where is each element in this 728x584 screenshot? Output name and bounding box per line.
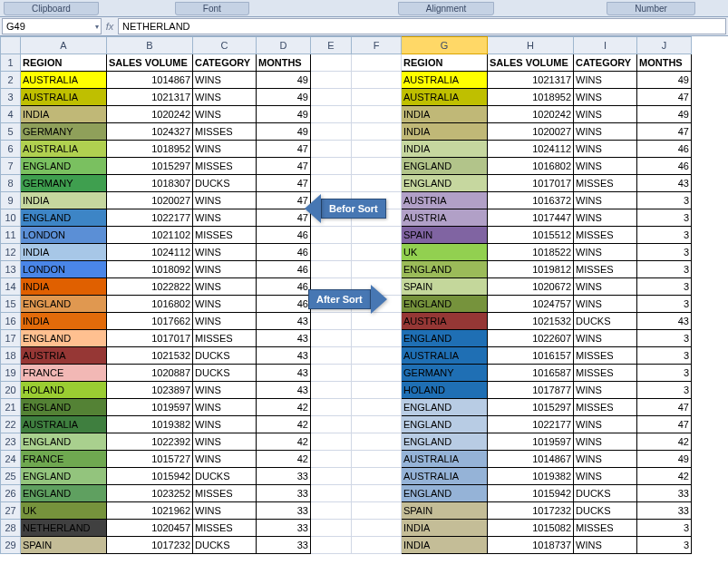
cell-A10[interactable]: ENGLAND xyxy=(21,209,107,227)
cell-G27[interactable]: SPAIN xyxy=(402,502,488,520)
cell-A22[interactable]: AUSTRALIA xyxy=(21,416,107,433)
col-header-C[interactable]: C xyxy=(193,37,257,54)
cell-G22[interactable]: ENGLAND xyxy=(402,416,488,433)
cell-B7[interactable]: 1015297 xyxy=(107,158,193,175)
cell-D5[interactable]: 49 xyxy=(257,123,311,141)
ribbon-group-clipboard[interactable]: Clipboard xyxy=(4,2,99,15)
cell-J1[interactable]: MONTHS xyxy=(637,54,692,72)
row-header-18[interactable]: 18 xyxy=(1,347,21,365)
cell-G17[interactable]: ENGLAND xyxy=(402,330,488,347)
row-header-17[interactable]: 17 xyxy=(1,330,21,347)
cell-E18[interactable] xyxy=(311,347,352,365)
cell-C1[interactable]: CATEGORY xyxy=(193,54,257,72)
cell-F28[interactable] xyxy=(352,520,402,537)
cell-A7[interactable]: ENGLAND xyxy=(21,158,107,175)
cell-A27[interactable]: UK xyxy=(21,502,107,520)
cell-J24[interactable]: 49 xyxy=(637,451,692,468)
cell-E11[interactable] xyxy=(311,227,352,244)
cell-D27[interactable]: 33 xyxy=(257,502,311,520)
cell-J21[interactable]: 47 xyxy=(637,399,692,416)
cell-A18[interactable]: AUSTRIA xyxy=(21,347,107,365)
cell-I29[interactable]: WINS xyxy=(574,537,637,554)
cell-B13[interactable]: 1018092 xyxy=(107,261,193,278)
cell-A19[interactable]: FRANCE xyxy=(21,365,107,382)
cell-F2[interactable] xyxy=(352,72,402,89)
cell-H9[interactable]: 1016372 xyxy=(488,192,574,209)
cell-A20[interactable]: HOLAND xyxy=(21,382,107,399)
cell-J6[interactable]: 46 xyxy=(637,141,692,158)
cell-A8[interactable]: GERMANY xyxy=(21,175,107,192)
cell-H26[interactable]: 1015942 xyxy=(488,485,574,502)
cell-D8[interactable]: 47 xyxy=(257,175,311,192)
cell-H7[interactable]: 1016802 xyxy=(488,158,574,175)
cell-H12[interactable]: 1018522 xyxy=(488,244,574,261)
cell-J22[interactable]: 47 xyxy=(637,416,692,433)
cell-I17[interactable]: WINS xyxy=(574,330,637,347)
cell-F29[interactable] xyxy=(352,537,402,554)
cell-C13[interactable]: WINS xyxy=(193,261,257,278)
cell-G6[interactable]: INDIA xyxy=(402,141,488,158)
cell-G3[interactable]: AUSTRALIA xyxy=(402,89,488,106)
cell-J16[interactable]: 43 xyxy=(637,313,692,330)
cell-D13[interactable]: 46 xyxy=(257,261,311,278)
row-header-6[interactable]: 6 xyxy=(1,141,21,158)
cell-E3[interactable] xyxy=(311,89,352,106)
cell-A15[interactable]: ENGLAND xyxy=(21,296,107,313)
row-header-8[interactable]: 8 xyxy=(1,175,21,192)
cell-E25[interactable] xyxy=(311,468,352,485)
cell-I20[interactable]: WINS xyxy=(574,382,637,399)
formula-input[interactable]: NETHERLAND xyxy=(118,18,726,34)
row-header-5[interactable]: 5 xyxy=(1,123,21,141)
cell-D17[interactable]: 43 xyxy=(257,330,311,347)
cell-G29[interactable]: INDIA xyxy=(402,537,488,554)
cell-A9[interactable]: INDIA xyxy=(21,192,107,209)
cell-E2[interactable] xyxy=(311,72,352,89)
cell-C21[interactable]: WINS xyxy=(193,399,257,416)
cell-F4[interactable] xyxy=(352,106,402,123)
cell-F20[interactable] xyxy=(352,382,402,399)
cell-J15[interactable]: 3 xyxy=(637,296,692,313)
cell-H19[interactable]: 1016587 xyxy=(488,365,574,382)
cell-B15[interactable]: 1016802 xyxy=(107,296,193,313)
cell-C28[interactable]: MISSES xyxy=(193,520,257,537)
cell-C19[interactable]: DUCKS xyxy=(193,365,257,382)
cell-G12[interactable]: UK xyxy=(402,244,488,261)
cell-G19[interactable]: GERMANY xyxy=(402,365,488,382)
cell-E17[interactable] xyxy=(311,330,352,347)
cell-I5[interactable]: WINS xyxy=(574,123,637,141)
cell-G28[interactable]: INDIA xyxy=(402,520,488,537)
cell-G15[interactable]: ENGLAND xyxy=(402,296,488,313)
cell-H8[interactable]: 1017017 xyxy=(488,175,574,192)
cell-E22[interactable] xyxy=(311,416,352,433)
cell-B29[interactable]: 1017232 xyxy=(107,537,193,554)
cell-B16[interactable]: 1017662 xyxy=(107,313,193,330)
cell-E7[interactable] xyxy=(311,158,352,175)
col-header-B[interactable]: B xyxy=(107,37,193,54)
cell-D18[interactable]: 43 xyxy=(257,347,311,365)
cell-G21[interactable]: ENGLAND xyxy=(402,399,488,416)
cell-H3[interactable]: 1018952 xyxy=(488,89,574,106)
cell-G4[interactable]: INDIA xyxy=(402,106,488,123)
cell-F17[interactable] xyxy=(352,330,402,347)
cell-F12[interactable] xyxy=(352,244,402,261)
cell-J23[interactable]: 42 xyxy=(637,433,692,451)
cell-H22[interactable]: 1022177 xyxy=(488,416,574,433)
row-header-4[interactable]: 4 xyxy=(1,106,21,123)
cell-H16[interactable]: 1021532 xyxy=(488,313,574,330)
cell-F21[interactable] xyxy=(352,399,402,416)
cell-I9[interactable]: WINS xyxy=(574,192,637,209)
cell-D12[interactable]: 46 xyxy=(257,244,311,261)
cell-F5[interactable] xyxy=(352,123,402,141)
cell-C5[interactable]: MISSES xyxy=(193,123,257,141)
cell-I8[interactable]: MISSES xyxy=(574,175,637,192)
cell-I7[interactable]: WINS xyxy=(574,158,637,175)
cell-I4[interactable]: WINS xyxy=(574,106,637,123)
cell-D15[interactable]: 46 xyxy=(257,296,311,313)
cell-B10[interactable]: 1022177 xyxy=(107,209,193,227)
cell-J20[interactable]: 3 xyxy=(637,382,692,399)
cell-F3[interactable] xyxy=(352,89,402,106)
cell-J3[interactable]: 47 xyxy=(637,89,692,106)
cell-I2[interactable]: WINS xyxy=(574,72,637,89)
cell-I18[interactable]: MISSES xyxy=(574,347,637,365)
row-header-14[interactable]: 14 xyxy=(1,278,21,296)
